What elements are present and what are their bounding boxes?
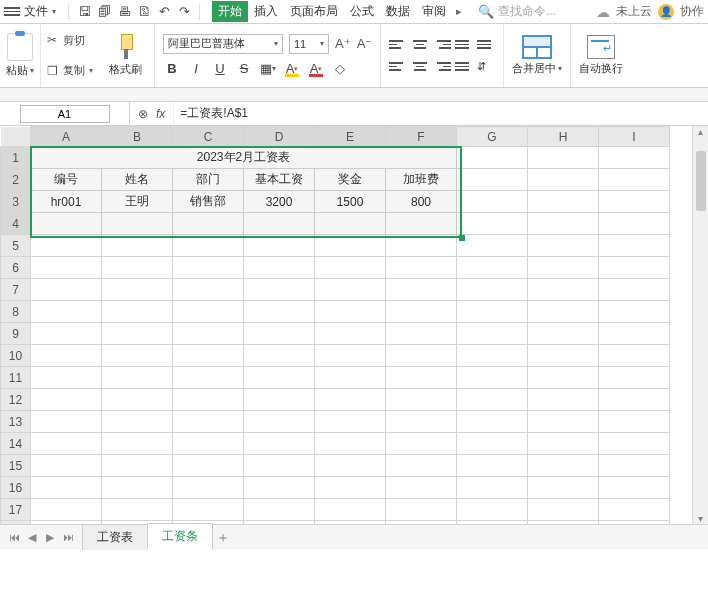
cell[interactable]	[31, 301, 102, 323]
select-all-corner[interactable]	[1, 127, 31, 147]
indent-dec-button[interactable]	[455, 37, 473, 53]
tab-insert[interactable]: 插入	[248, 1, 284, 22]
header-cell[interactable]: 部门	[173, 169, 244, 191]
cut-button[interactable]: 剪切	[45, 33, 93, 48]
cell[interactable]	[173, 235, 244, 257]
cell[interactable]	[599, 301, 670, 323]
cell[interactable]	[599, 345, 670, 367]
align-left-button[interactable]	[389, 59, 407, 75]
spreadsheet-grid[interactable]: ABCDEFGHI 12023年2月工资表2编号姓名部门基本工资奖金加班费3hr…	[0, 126, 708, 550]
cell[interactable]	[528, 345, 599, 367]
tab-review[interactable]: 审阅	[416, 1, 452, 22]
cell[interactable]	[599, 191, 670, 213]
fill-color-button[interactable]: A▾	[283, 60, 301, 78]
cell[interactable]	[457, 279, 528, 301]
cell[interactable]	[599, 235, 670, 257]
row-header-2[interactable]: 2	[1, 169, 31, 191]
border-button[interactable]: ▦▾	[259, 60, 277, 78]
header-cell[interactable]: 姓名	[102, 169, 173, 191]
cell[interactable]	[315, 411, 386, 433]
cell[interactable]	[244, 345, 315, 367]
cell[interactable]	[31, 499, 102, 521]
cell[interactable]	[386, 257, 457, 279]
cell[interactable]	[599, 499, 670, 521]
cell[interactable]	[31, 235, 102, 257]
formula-input[interactable]: =工资表!A$1	[173, 102, 708, 125]
cell[interactable]	[244, 235, 315, 257]
row-header-7[interactable]: 7	[1, 279, 31, 301]
data-cell[interactable]: 1500	[315, 191, 386, 213]
cell[interactable]	[244, 257, 315, 279]
cell[interactable]	[528, 455, 599, 477]
cell[interactable]	[173, 367, 244, 389]
cell[interactable]	[599, 257, 670, 279]
cell[interactable]	[457, 499, 528, 521]
cell[interactable]	[102, 345, 173, 367]
row-header-11[interactable]: 11	[1, 367, 31, 389]
sheet-nav-first-icon[interactable]: ⏮	[6, 531, 22, 544]
cell[interactable]	[315, 433, 386, 455]
sheet-tab-工资条[interactable]: 工资条	[147, 523, 213, 550]
row-header-8[interactable]: 8	[1, 301, 31, 323]
cell[interactable]	[528, 257, 599, 279]
cell[interactable]	[599, 147, 670, 169]
cloud-icon[interactable]: ☁	[596, 4, 610, 20]
col-header-D[interactable]: D	[244, 127, 315, 147]
cell[interactable]	[599, 169, 670, 191]
cell[interactable]	[244, 499, 315, 521]
cell[interactable]	[173, 345, 244, 367]
cell[interactable]	[457, 323, 528, 345]
cell[interactable]	[315, 257, 386, 279]
cell[interactable]	[173, 323, 244, 345]
cell[interactable]	[528, 213, 599, 235]
cell[interactable]	[599, 477, 670, 499]
cell[interactable]	[457, 257, 528, 279]
italic-button[interactable]: I	[187, 60, 205, 78]
col-header-G[interactable]: G	[457, 127, 528, 147]
header-cell[interactable]: 编号	[31, 169, 102, 191]
cell[interactable]	[528, 191, 599, 213]
cell[interactable]	[31, 477, 102, 499]
print-icon[interactable]: 🖶	[115, 3, 133, 21]
font-size-select[interactable]: 11▾	[289, 34, 329, 54]
vertical-scrollbar[interactable]: ▴ ▾	[692, 126, 708, 524]
cell[interactable]	[457, 411, 528, 433]
cell[interactable]	[386, 499, 457, 521]
cell[interactable]	[599, 455, 670, 477]
cell[interactable]	[102, 323, 173, 345]
wrap-text-button[interactable]: 自动换行	[579, 35, 623, 76]
align-bottom-button[interactable]	[433, 37, 451, 53]
cell[interactable]	[102, 433, 173, 455]
cut-qat-icon[interactable]: 🖻	[135, 3, 153, 21]
cell[interactable]	[457, 455, 528, 477]
cell[interactable]	[31, 389, 102, 411]
cell[interactable]	[244, 433, 315, 455]
sheet-nav-next-icon[interactable]: ▶	[42, 531, 58, 544]
indent-inc-button[interactable]	[477, 37, 495, 53]
cell[interactable]	[528, 147, 599, 169]
cell[interactable]	[386, 279, 457, 301]
cell[interactable]	[102, 477, 173, 499]
cell[interactable]	[599, 433, 670, 455]
cell[interactable]	[31, 257, 102, 279]
cell[interactable]	[244, 279, 315, 301]
col-header-I[interactable]: I	[599, 127, 670, 147]
cell[interactable]	[244, 301, 315, 323]
cell[interactable]	[315, 477, 386, 499]
cell[interactable]	[315, 279, 386, 301]
tab-more-icon[interactable]: ▸	[452, 5, 466, 18]
cell[interactable]	[173, 279, 244, 301]
cell[interactable]	[386, 345, 457, 367]
cell[interactable]	[173, 477, 244, 499]
cell[interactable]	[386, 323, 457, 345]
data-cell[interactable]: hr001	[31, 191, 102, 213]
col-header-C[interactable]: C	[173, 127, 244, 147]
col-header-A[interactable]: A	[31, 127, 102, 147]
cell[interactable]	[31, 345, 102, 367]
cell[interactable]	[315, 455, 386, 477]
data-cell[interactable]: 800	[386, 191, 457, 213]
row-header-5[interactable]: 5	[1, 235, 31, 257]
name-box[interactable]	[20, 105, 110, 123]
cell[interactable]	[457, 367, 528, 389]
cell[interactable]	[528, 367, 599, 389]
